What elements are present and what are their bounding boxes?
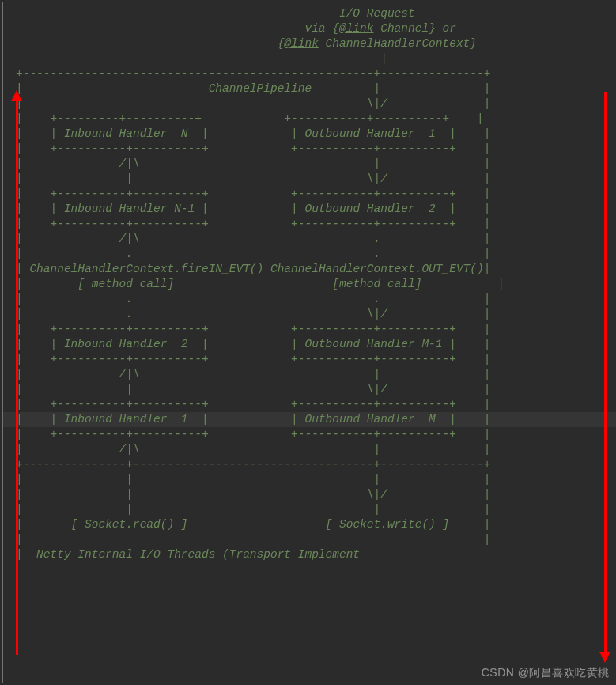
socket-write: [ Socket.write() ] [326,518,450,531]
header-title: I/O Request [339,7,415,20]
outbound-ctx: ChannelHandlerContext.OUT_EVT() [270,263,484,275]
brace-close: } [470,37,477,50]
border-left [2,2,3,683]
socket-read: [ Socket.read() ] [71,518,188,531]
link-channel-obj: Channel [374,22,429,35]
footer-threads: | Netty Internal I/O Threads (Transport … [16,548,360,561]
via-mid: } or [429,22,456,35]
diagram-canvas: I/O Request via {@link Channel} or {@lin… [0,0,616,685]
border-right [614,2,614,663]
outbound-m: | Outbound Handler M | [291,413,456,426]
border-bottom [2,683,614,683]
inbound-arrow-icon [16,98,18,655]
via-open: via { [304,22,339,35]
inbound-nm1: | Inbound Handler N-1 | [51,202,209,215]
inbound-n: | Inbound Handler N | [51,127,209,140]
outbound-2: | Outbound Handler 2 | [291,202,456,215]
inbound-call: [ method call] [77,278,174,290]
outbound-mm1: | Outbound Handler M-1 | [291,338,456,350]
inbound-ctx: ChannelHandlerContext.fireIN_EVT() [29,263,263,275]
inbound-2: | Inbound Handler 2 | [51,338,209,350]
ascii-diagram: I/O Request via {@link Channel} or {@lin… [16,6,505,562]
outbound-1: | Outbound Handler 1 | [291,127,456,140]
link-ctx-at[interactable]: @link [284,37,319,50]
inbound-1: | Inbound Handler 1 | [51,413,209,426]
watermark: CSDN @阿昌喜欢吃黄桃 [482,665,610,680]
outbound-call: [method call] [332,278,421,290]
pipeline-title: ChannelPipeline [209,82,312,95]
link-ctx-obj: ChannelHandlerContext [319,37,470,50]
outbound-arrow-icon [604,92,607,655]
link-channel-at[interactable]: @link [339,22,374,35]
